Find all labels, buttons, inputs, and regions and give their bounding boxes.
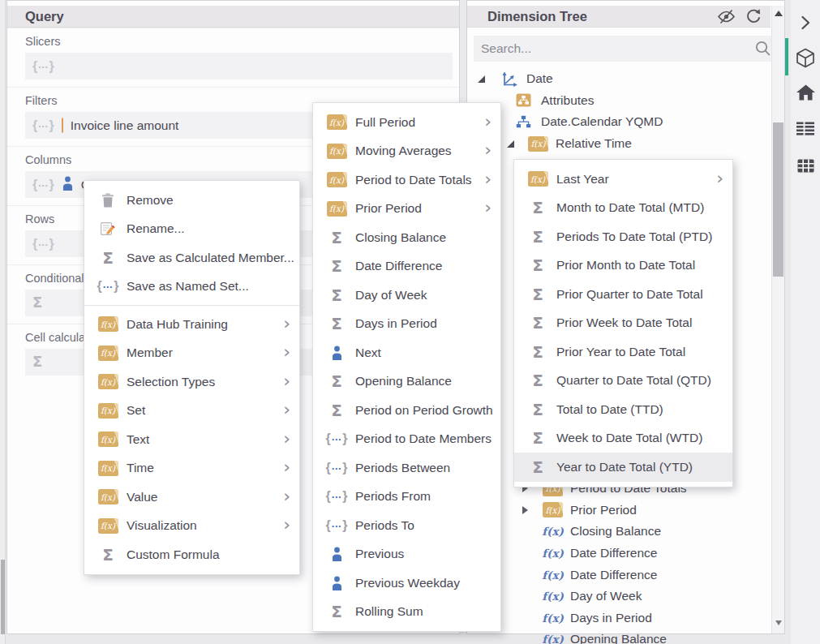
menu-item[interactable]: Σ Day of Week: [313, 281, 500, 310]
menu-item[interactable]: {...} Periods To: [313, 511, 500, 540]
sigma-icon: Σ: [527, 459, 548, 475]
tree-item[interactable]: Date.Calendar YQMD: [467, 111, 771, 133]
refresh-icon[interactable]: [743, 7, 764, 25]
menu-item[interactable]: {...} Periods Between: [313, 453, 500, 483]
sigma-icon: Σ: [527, 315, 548, 331]
sigma-icon: Σ: [97, 250, 118, 266]
menu-item[interactable]: Previous: [313, 540, 500, 569]
menu-item[interactable]: f(x) Full Period: [313, 108, 500, 137]
tree-item[interactable]: f(x) Date Difference: [467, 543, 757, 565]
sigma-icon: Σ: [326, 373, 347, 389]
home-icon[interactable]: [791, 84, 820, 101]
fx-folder-icon: f(x): [97, 518, 118, 534]
menu-item[interactable]: f(x) Set: [84, 397, 299, 426]
menu-item-label: Save as Calculated Member...: [127, 251, 294, 265]
menu-item[interactable]: Σ Date Difference: [313, 252, 500, 281]
table-grid-icon[interactable]: [791, 159, 820, 173]
rename-icon: [97, 221, 118, 236]
tree-item[interactable]: f(x) Days in Period: [467, 608, 757, 629]
menu-item-label: Closing Balance: [355, 230, 446, 245]
braces-light-icon: {...}: [32, 236, 54, 252]
menu-item-label: Next: [355, 346, 381, 360]
tree-expander[interactable]: [474, 75, 489, 83]
person-icon: [326, 576, 347, 590]
left-scrollbar[interactable]: [0, 0, 6, 644]
tree-item[interactable]: Date: [467, 68, 771, 90]
menu-item[interactable]: Σ Prior Quarter to Date Total: [514, 280, 732, 309]
menu-item[interactable]: Σ Opening Balance: [313, 367, 500, 397]
cube-icon[interactable]: [791, 48, 820, 68]
menu-item[interactable]: f(x) Prior Period: [313, 195, 500, 224]
query-field-bar[interactable]: {...}: [25, 53, 453, 79]
scroll-down-icon[interactable]: [775, 620, 782, 625]
menu-item[interactable]: Σ Prior Month to Date Total: [514, 251, 732, 281]
sigma-icon: Σ: [527, 200, 548, 216]
dimension-tree-scrollbar[interactable]: [771, 6, 784, 633]
fx-folder-icon: f(x): [97, 403, 118, 419]
menu-item[interactable]: f(x) Text: [84, 425, 299, 454]
menu-item[interactable]: Σ Periods To Date Total (PTD): [514, 222, 732, 251]
menu-item[interactable]: Σ Year to Date Total (YTD): [514, 453, 732, 482]
tree-item[interactable]: f(x) Date Difference: [467, 564, 757, 586]
submenu-arrow-icon: [283, 371, 290, 389]
tree-item[interactable]: f(x) Prior Period: [467, 500, 757, 522]
tree-item-label: Prior Period: [570, 503, 637, 517]
menu-item-label: Days in Period: [355, 316, 437, 331]
menu-item[interactable]: Σ Prior Year to Date Total: [514, 337, 732, 367]
tree-item[interactable]: f(x) Closing Balance: [467, 521, 757, 543]
menu-item[interactable]: Σ Week to Date Total (WTD): [514, 424, 732, 453]
menu-item-label: Period on Period Growth: [355, 403, 493, 418]
menu-item[interactable]: f(x) Time: [84, 454, 299, 483]
menu-item[interactable]: f(x) Value: [84, 483, 299, 512]
tree-item[interactable]: f(x) Day of Week: [467, 586, 757, 608]
fx-folder-icon: f(x): [97, 431, 118, 447]
menu-item-label: Last Year: [556, 172, 609, 187]
metric-list-icon[interactable]: [791, 122, 820, 135]
menu-item[interactable]: Remove: [84, 186, 299, 215]
menu-item[interactable]: f(x) Period to Date Totals: [313, 165, 500, 195]
context-menu: Remove Rename... Σ Save as Calculated Me…: [84, 180, 300, 575]
tree-item[interactable]: Attributes: [467, 90, 771, 112]
hide-hidden-members-icon[interactable]: [715, 7, 736, 25]
menu-item[interactable]: Σ Prior Week to Date Total: [514, 309, 732, 338]
search-icon: [754, 40, 772, 61]
search-input[interactable]: [474, 36, 777, 62]
fx-folder-icon: f(x): [97, 374, 118, 389]
menu-item[interactable]: Σ Month to Date Total (MTD): [514, 194, 732, 223]
scroll-up-icon[interactable]: [775, 11, 783, 16]
menu-item[interactable]: Σ Days in Period: [313, 310, 500, 339]
menu-item[interactable]: f(x) Member: [84, 339, 299, 368]
menu-item[interactable]: {...} Periods From: [313, 483, 500, 512]
menu-item[interactable]: f(x) Last Year: [514, 165, 732, 194]
menu-item[interactable]: Σ Period on Period Growth: [313, 396, 500, 425]
menu-separator: [84, 305, 299, 306]
menu-item[interactable]: Previous Weekday: [313, 569, 500, 598]
fx-folder-icon: f(x): [527, 171, 548, 187]
menu-item[interactable]: {...} Save as Named Set...: [84, 273, 299, 302]
menu-item[interactable]: Σ Save as Calculated Member...: [84, 243, 299, 273]
left-scrollbar-thumb[interactable]: [1, 560, 5, 634]
menu-item[interactable]: Σ Quarter to Date Total (QTD): [514, 367, 732, 396]
tree-item[interactable]: f(x) Relative Time: [467, 133, 771, 155]
menu-item[interactable]: Next: [313, 338, 500, 367]
tree-expander[interactable]: [517, 506, 533, 514]
tree-expander[interactable]: [503, 140, 518, 148]
menu-item-label: Period to Date Totals: [355, 173, 472, 187]
menu-item[interactable]: Rename...: [84, 215, 299, 244]
menu-item[interactable]: f(x) Visualization: [84, 512, 299, 541]
menu-item[interactable]: f(x) Moving Averages: [313, 137, 500, 166]
menu-item[interactable]: Σ Custom Formula: [84, 540, 299, 569]
tree-item[interactable]: f(x) Opening Balance: [467, 629, 757, 644]
menu-item[interactable]: Σ Closing Balance: [313, 223, 500, 252]
menu-item[interactable]: f(x) Data Hub Training: [84, 310, 299, 339]
menu-item[interactable]: {...} Period to Date Members: [313, 425, 500, 454]
menu-item[interactable]: f(x) Selection Types: [84, 367, 299, 397]
scrollbar-thumb[interactable]: [773, 122, 784, 277]
tree-item-label: Closing Balance: [570, 524, 661, 539]
braces-icon: {...}: [326, 460, 347, 476]
menu-item[interactable]: Σ Rolling Sum: [313, 598, 500, 627]
collapse-chevron-right-icon[interactable]: [791, 15, 820, 30]
menu-item-label: Moving Averages: [355, 144, 452, 158]
menu-item[interactable]: Σ Total to Date (TTD): [514, 395, 732, 424]
fx-folder-icon: f(x): [97, 346, 118, 361]
